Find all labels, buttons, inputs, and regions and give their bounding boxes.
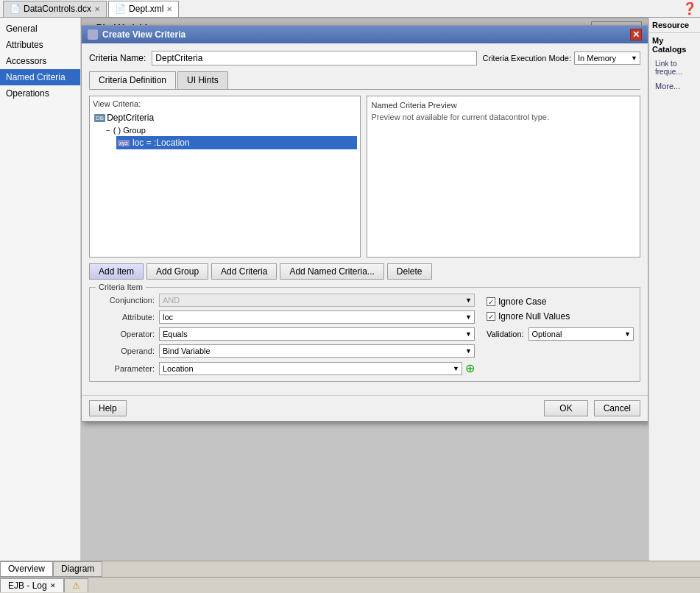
more-link[interactable]: More... (649, 79, 700, 93)
dialog-action-buttons: OK Cancel (544, 400, 640, 416)
dialog-title-icon (88, 29, 98, 40)
parameter-combo[interactable]: Location ▼ (159, 362, 462, 375)
dialog-body: Criteria Name: Criteria Execution Mode: … (82, 43, 648, 395)
ok-button[interactable]: OK (544, 400, 587, 416)
sidebar-item-general[interactable]: General (0, 21, 80, 37)
view-tab-diagram[interactable]: Diagram (53, 561, 102, 577)
content-panel: − Bind Variables + ✏ ✕ Override... Named… (81, 18, 648, 561)
help-icon[interactable]: ❓ (682, 1, 697, 15)
ignore-case-row: Ignore Case (487, 296, 634, 307)
add-criteria-button[interactable]: Add Criteria (211, 263, 277, 280)
tree-item-group[interactable]: − ( ) Group (105, 124, 357, 136)
view-tab-overview[interactable]: Overview (0, 561, 53, 577)
criteria-name-input[interactable] (152, 51, 476, 65)
sidebar: General Attributes Accessors Named Crite… (0, 18, 81, 561)
conjunction-label: Conjunction: (96, 296, 155, 305)
add-named-criteria-button[interactable]: Add Named Criteria... (280, 263, 383, 280)
parameter-row: Location ▼ ⊕ (159, 361, 475, 375)
bottom-tab-ejb-log[interactable]: EJB - Log ✕ (0, 578, 64, 592)
tree-item-deptcriteria[interactable]: DB DeptCriteria (93, 111, 357, 124)
execution-mode-label: Criteria Execution Mode: (483, 54, 571, 63)
sidebar-item-accessors[interactable]: Accessors (0, 53, 80, 69)
dialog-tab-strip: Criteria Definition UI Hints (89, 71, 640, 90)
group-icon: ( ) Group (113, 126, 146, 135)
db-icon: DB (94, 114, 105, 122)
ignore-case-checkbox[interactable] (487, 297, 495, 306)
tree-item-loc[interactable]: xyz loc = :Location (116, 136, 357, 149)
add-item-button[interactable]: Add Item (89, 263, 144, 280)
cancel-button[interactable]: Cancel (594, 400, 640, 416)
ejb-log-label: EJB - Log (8, 580, 47, 591)
validation-combo[interactable]: OptionalRequired ▼ (528, 327, 634, 341)
create-view-criteria-dialog: Create View Criteria ✕ Criteria Name: Cr… (81, 25, 648, 422)
criteria-item-section: Criteria Item Conjunction: (89, 287, 640, 382)
parameter-select[interactable]: Location (159, 362, 462, 375)
operator-select[interactable]: EqualsNot EqualsLess ThanGreater Than (159, 327, 475, 341)
criteria-name-label: Criteria Name: (89, 53, 146, 63)
attribute-select[interactable]: loc (159, 310, 475, 324)
operand-select[interactable]: Bind VariableLiteralExpression (159, 344, 475, 358)
ignore-null-checkbox[interactable] (487, 312, 495, 321)
operator-combo[interactable]: EqualsNot EqualsLess ThanGreater Than ▼ (159, 327, 475, 341)
parameter-label: Parameter: (96, 364, 155, 373)
view-criteria-pane: View Criteria: DB DeptCriteria − ( ) (89, 96, 361, 258)
conjunction-combo[interactable]: ANDOR ▼ (159, 294, 475, 307)
execution-mode-select[interactable]: In Memory Database Both (574, 52, 640, 65)
delete-button[interactable]: Delete (387, 263, 432, 280)
tab-datacontrols-close[interactable]: ✕ (94, 5, 100, 13)
dialog-title: Create View Criteria (102, 29, 626, 40)
xyz-badge: xyz (118, 140, 130, 146)
tab-datacontrols[interactable]: 📄 DataControls.dcx ✕ (3, 1, 107, 17)
link-to-frequent[interactable]: Link to freque... (649, 57, 700, 79)
named-criteria-preview-pane: Named Criteria Preview Preview not avail… (367, 96, 641, 258)
right-panel-header: Resource (649, 18, 700, 33)
operator-label: Operator: (96, 330, 155, 338)
execution-mode-combo[interactable]: In Memory Database Both ▼ (574, 52, 640, 65)
ejb-log-close[interactable]: ✕ (50, 582, 56, 589)
dialog-close-button[interactable]: ✕ (630, 29, 642, 40)
dialog-footer: Help OK Cancel (82, 395, 648, 421)
preview-text: Preview not available for current dataco… (372, 113, 636, 121)
bottom-tabs: EJB - Log ✕ ⚠ (0, 577, 700, 593)
tab-datacontrols-icon: 📄 (10, 4, 21, 14)
validation-label: Validation: (487, 330, 524, 338)
tab-criteria-definition[interactable]: Criteria Definition (89, 71, 176, 89)
tab-ui-hints[interactable]: UI Hints (177, 71, 228, 89)
preview-label: Named Criteria Preview (372, 101, 636, 110)
tab-deptxml-icon: 📄 (115, 4, 126, 14)
my-catalogs-label[interactable]: My Catalogs (649, 33, 700, 57)
criteria-grid: Conjunction: ANDOR ▼ Attr (96, 294, 475, 375)
parameter-add-button[interactable]: ⊕ (465, 361, 475, 375)
tab-datacontrols-label: DataControls.dcx (24, 4, 91, 14)
criteria-fields: Conjunction: ANDOR ▼ Attr (96, 294, 634, 375)
operand-label: Operand: (96, 347, 155, 355)
criteria-right-options: Ignore Case Ignore Null Values Validatio… (487, 294, 634, 375)
ignore-null-row: Ignore Null Values (487, 311, 634, 322)
conjunction-select: ANDOR (159, 294, 475, 307)
help-button[interactable]: Help (89, 400, 127, 416)
attribute-label: Attribute: (96, 313, 155, 322)
sidebar-item-named-criteria[interactable]: Named Criteria (0, 69, 80, 85)
validation-row: Validation: OptionalRequired ▼ (487, 327, 634, 341)
validation-select[interactable]: OptionalRequired (528, 327, 634, 341)
attribute-combo[interactable]: loc ▼ (159, 310, 475, 324)
minus-icon: − (106, 127, 110, 135)
ignore-null-label: Ignore Null Values (498, 311, 570, 322)
dialog-titlebar: Create View Criteria ✕ (82, 26, 648, 43)
sidebar-item-operations[interactable]: Operations (0, 85, 80, 102)
action-buttons-row: Add Item Add Group Add Criteria Add Name… (89, 263, 640, 280)
tab-deptxml[interactable]: 📄 Dept.xml ✕ (108, 1, 179, 17)
two-pane-area: View Criteria: DB DeptCriteria − ( ) (89, 96, 640, 258)
add-group-button[interactable]: Add Group (146, 263, 208, 280)
criteria-item-label: Criteria Item (96, 283, 146, 291)
right-panel: Resource My Catalogs Link to freque... M… (648, 18, 700, 561)
tab-deptxml-label: Dept.xml (129, 4, 163, 14)
sidebar-item-attributes[interactable]: Attributes (0, 37, 80, 53)
tab-bar: 📄 DataControls.dcx ✕ 📄 Dept.xml ✕ ❓ (0, 0, 700, 18)
tab-deptxml-close[interactable]: ✕ (166, 5, 172, 13)
bottom-tab-warning[interactable]: ⚠ (64, 578, 88, 592)
operand-combo[interactable]: Bind VariableLiteralExpression ▼ (159, 344, 475, 358)
view-tabs: Overview Diagram (0, 561, 700, 577)
criteria-left-form: Conjunction: ANDOR ▼ Attr (96, 294, 475, 375)
dialog-overlay: Create View Criteria ✕ Criteria Name: Cr… (81, 18, 648, 561)
